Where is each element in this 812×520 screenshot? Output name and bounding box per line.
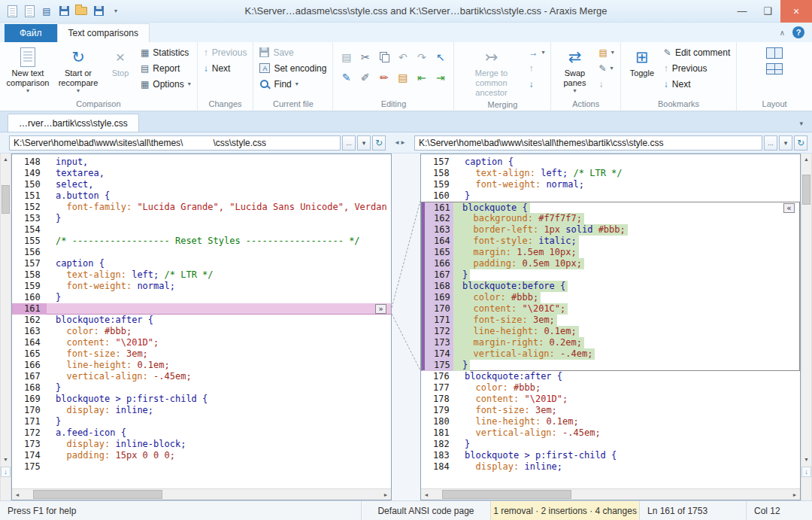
left-browse-button[interactable]: ... xyxy=(342,135,356,151)
code-line[interactable]: 160} xyxy=(12,292,391,303)
code-line[interactable]: 167 vertical-align: -.45em; xyxy=(12,371,391,382)
annotate-pen-icon[interactable]: ✐ xyxy=(361,71,370,84)
code-line[interactable]: 180 line-height: 0.1em; xyxy=(421,416,800,427)
right-horizontal-scrollbar[interactable]: ◄ ► xyxy=(421,488,800,500)
code-line[interactable]: 174 padding: 15px 0 0 0; xyxy=(12,450,391,461)
edit-comment-button[interactable]: ✎ Edit comment xyxy=(662,44,732,60)
merge-to-common-ancestor-button[interactable]: ↣ Merge to common ancestor xyxy=(458,44,524,99)
left-reload-icon[interactable]: ↻ xyxy=(372,135,386,151)
help-icon[interactable]: ? xyxy=(792,26,804,38)
code-line[interactable]: 168} xyxy=(12,382,391,394)
previous-change-button[interactable]: ↑ Previous xyxy=(201,44,250,60)
code-line[interactable]: 173 display: inline-block; xyxy=(12,439,391,450)
maximize-button[interactable]: ❑ xyxy=(755,0,780,23)
toggle-bookmark-button[interactable]: ⊞ Toggle xyxy=(625,44,659,99)
code-line[interactable]: 156 xyxy=(12,247,391,258)
scroll-left-icon[interactable]: ◄ xyxy=(12,489,23,500)
code-line[interactable]: 161blockquote {« xyxy=(421,202,800,213)
left-path-input[interactable] xyxy=(9,135,341,151)
right-vertical-scrollbar[interactable]: ▲ ▼ ↓ xyxy=(801,154,812,500)
code-line[interactable]: 158 text-align: left; /* LTR */ xyxy=(421,168,800,179)
code-line[interactable]: 169 color: #bbb; xyxy=(421,292,800,303)
code-line[interactable]: 177 color: #bbb; xyxy=(421,382,800,394)
undo-icon[interactable]: ↶ xyxy=(398,51,408,63)
left-scrollbar-thumb[interactable] xyxy=(2,185,10,214)
report-button[interactable]: ▤ Report xyxy=(138,60,193,76)
code-line[interactable]: 162 background: #f7f7f7; xyxy=(421,213,800,224)
layout-two-panes-icon[interactable] xyxy=(766,47,783,59)
code-line[interactable]: 165 margin: 1.5em 10px; xyxy=(421,247,800,258)
left-code-view[interactable]: 148input,149textarea,150select,151a.butt… xyxy=(12,154,391,488)
left-hscroll-thumb[interactable] xyxy=(33,490,162,499)
scroll-right-icon[interactable]: ► xyxy=(789,489,800,500)
right-code-view[interactable]: 157caption {158 text-align: left; /* LTR… xyxy=(421,154,800,488)
start-or-recompare-button[interactable]: ↻ Start or recompare ▾ xyxy=(54,44,102,99)
code-line[interactable]: 174 vertical-align: -.4em; xyxy=(421,348,800,360)
code-line[interactable]: 166 line-height: 0.1em; xyxy=(12,360,391,371)
code-line[interactable]: 172 line-height: 0.1em; xyxy=(421,326,800,337)
left-next-change-jump-icon[interactable]: ↓ xyxy=(1,467,11,477)
statistics-button[interactable]: ▦ Statistics xyxy=(138,44,193,60)
redo-icon[interactable]: ↷ xyxy=(417,51,426,63)
mark-pen-icon[interactable]: ✏ xyxy=(380,71,389,84)
select-icon[interactable]: ↖ xyxy=(436,51,445,63)
save-button[interactable]: Save xyxy=(257,44,329,60)
new-text-comparison-button[interactable]: New text comparison ▾ xyxy=(4,44,52,99)
merge-right-button[interactable]: → ▾ xyxy=(526,44,547,60)
next-change-button[interactable]: ↓ Next xyxy=(201,60,250,76)
left-path-history-caret-icon[interactable]: ▾ xyxy=(357,135,371,151)
code-line[interactable]: 153} xyxy=(12,213,391,224)
code-line[interactable]: 164 content: "\201D"; xyxy=(12,337,391,348)
code-line[interactable]: 168blockquote:before { xyxy=(421,281,800,292)
code-line[interactable]: 163 color: #bbb; xyxy=(12,326,391,337)
scroll-up-icon[interactable]: ▲ xyxy=(801,154,811,164)
save-all-icon[interactable] xyxy=(57,5,71,18)
right-path-history-caret-icon[interactable]: ▾ xyxy=(779,135,792,151)
copy-icon[interactable] xyxy=(380,52,389,62)
scroll-right-icon[interactable]: ► xyxy=(380,489,391,500)
right-next-change-jump-icon[interactable]: ↓ xyxy=(801,467,811,477)
layout-grid-icon[interactable] xyxy=(766,63,783,75)
edit-pen-icon[interactable]: ✎ xyxy=(342,71,351,84)
code-line[interactable]: 167} xyxy=(421,269,800,281)
code-line[interactable]: 157caption { xyxy=(12,258,391,269)
filter-icon[interactable]: ▤ xyxy=(398,71,408,84)
code-line[interactable]: 166 padding: 0.5em 10px; xyxy=(421,258,800,269)
report-icon[interactable]: ▤ xyxy=(40,5,53,18)
find-button[interactable]: Find ▾ xyxy=(257,76,329,92)
apply-change-button[interactable]: « xyxy=(783,203,795,213)
code-line[interactable]: 184 display: inline; xyxy=(421,461,800,473)
code-line[interactable]: 152 font-family: "Lucida Grande", "Lucid… xyxy=(12,202,391,213)
code-line[interactable]: 150select, xyxy=(12,179,391,190)
code-line[interactable]: 165 font-size: 3em; xyxy=(12,348,391,360)
swap-panes-small-button[interactable]: ◄► xyxy=(386,139,414,146)
scroll-down-icon[interactable]: ▼ xyxy=(801,454,811,464)
edit-action-button[interactable]: ✎ ▾ xyxy=(596,60,616,76)
right-browse-button[interactable]: ... xyxy=(764,135,777,151)
code-line[interactable]: 170 display: inline; xyxy=(12,405,391,416)
left-horizontal-scrollbar[interactable]: ◄ ► xyxy=(12,488,391,500)
code-line[interactable]: 181 vertical-align: -.45em; xyxy=(421,427,800,439)
code-line[interactable]: 158 text-align: left; /* LTR */ xyxy=(12,269,391,281)
collapse-ribbon-icon[interactable]: ∧ xyxy=(780,29,785,37)
new-comparison-icon[interactable] xyxy=(23,5,36,18)
merge-down-button[interactable]: ↓ xyxy=(526,76,547,92)
more-actions-button[interactable]: ↓ xyxy=(596,76,616,92)
right-hscroll-thumb[interactable] xyxy=(442,490,571,499)
stop-button[interactable]: × Stop xyxy=(105,44,136,99)
code-line[interactable]: 171} xyxy=(12,416,391,427)
code-line[interactable]: 183blockquote > p:first-child { xyxy=(421,450,800,461)
code-line[interactable]: 173 margin-right: 0.2em; xyxy=(421,337,800,348)
scroll-left-icon[interactable]: ◄ xyxy=(421,489,432,500)
code-line[interactable]: 170 content: "\201C"; xyxy=(421,303,800,315)
set-encoding-button[interactable]: A Set encoding xyxy=(257,60,329,76)
options-button[interactable]: ▦ Options ▾ xyxy=(138,76,193,92)
code-line[interactable]: 148input, xyxy=(12,157,391,168)
merge-up-button[interactable]: ↑ xyxy=(526,60,547,76)
folder-icon[interactable] xyxy=(74,5,88,18)
code-line[interactable]: 162blockquote:after { xyxy=(12,315,391,326)
code-line[interactable]: 169blockquote > p:first-child { xyxy=(12,394,391,405)
cut-icon[interactable]: ✂ xyxy=(361,51,370,63)
minimize-button[interactable]: — xyxy=(729,0,755,23)
code-line[interactable]: 159 font-weight: normal; xyxy=(421,179,800,190)
